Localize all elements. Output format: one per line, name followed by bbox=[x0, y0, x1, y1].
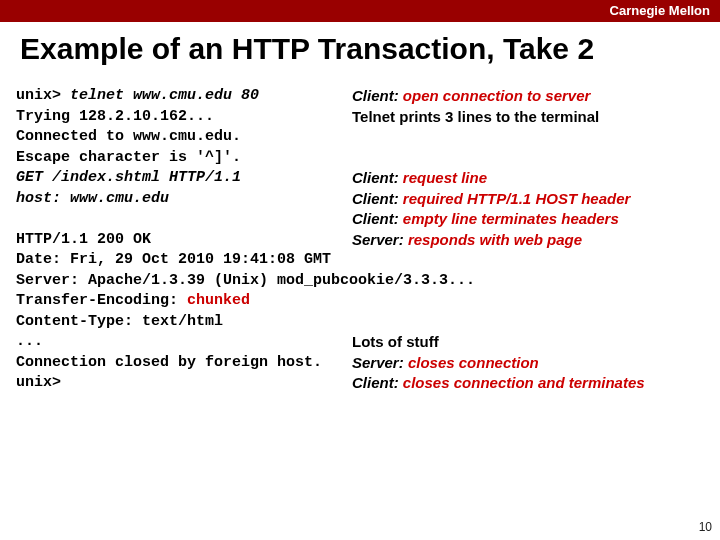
text-segment: responds with web page bbox=[408, 231, 582, 248]
content-row: HTTP/1.1 200 OKServer: responds with web… bbox=[16, 230, 720, 251]
annotation-text: Server: closes connection bbox=[352, 353, 539, 374]
slide-title: Example of an HTTP Transaction, Take 2 bbox=[20, 32, 594, 66]
terminal-text: ... bbox=[16, 332, 43, 353]
text-segment: unix> bbox=[16, 374, 61, 391]
brand-bar: Carnegie Mellon bbox=[0, 0, 720, 22]
terminal-text: unix> bbox=[16, 373, 61, 394]
content-row: Content-Type: text/html bbox=[16, 312, 720, 333]
terminal-text: Transfer-Encoding: chunked bbox=[16, 291, 250, 312]
content-row: Transfer-Encoding: chunked bbox=[16, 291, 720, 312]
content-row: unix>Client: closes connection and termi… bbox=[16, 373, 720, 394]
annotation-text: Client: closes connection and terminates bbox=[352, 373, 645, 394]
terminal-text: Date: Fri, 29 Oct 2010 19:41:08 GMT bbox=[16, 250, 331, 271]
text-segment: Server: bbox=[352, 231, 408, 248]
text-segment: Server: Apache/1.3.39 (Unix) mod_pubcook… bbox=[16, 272, 475, 289]
terminal-text: Connected to www.cmu.edu. bbox=[16, 127, 241, 148]
text-segment: Client: bbox=[352, 87, 403, 104]
annotation-text: Client: request line bbox=[352, 168, 487, 189]
terminal-text: GET /index.shtml HTTP/1.1 bbox=[16, 168, 241, 189]
text-segment: Content-Type: text/html bbox=[16, 313, 223, 330]
annotation-text: Client: open connection to server bbox=[352, 86, 590, 107]
annotation-text: Lots of stuff bbox=[352, 332, 439, 353]
content-row: Connected to www.cmu.edu. bbox=[16, 127, 720, 148]
content-row: Date: Fri, 29 Oct 2010 19:41:08 GMT bbox=[16, 250, 720, 271]
annotation-text: Client: empty line terminates headers bbox=[352, 209, 619, 230]
content-row: ...Lots of stuff bbox=[16, 332, 720, 353]
text-segment: chunked bbox=[187, 292, 250, 309]
terminal-text: unix> telnet www.cmu.edu 80 bbox=[16, 86, 259, 107]
annotation-text: Telnet prints 3 lines to the terminal bbox=[352, 107, 599, 128]
text-segment: Trying 128.2.10.162... bbox=[16, 108, 214, 125]
text-segment: telnet www.cmu.edu 80 bbox=[70, 87, 259, 104]
terminal-text: HTTP/1.1 200 OK bbox=[16, 230, 151, 251]
content-row: Connection closed by foreign host.Server… bbox=[16, 353, 720, 374]
content-row: Server: Apache/1.3.39 (Unix) mod_pubcook… bbox=[16, 271, 720, 292]
text-segment: Client: bbox=[352, 374, 403, 391]
terminal-text: Content-Type: text/html bbox=[16, 312, 223, 333]
page-number: 10 bbox=[699, 520, 712, 534]
text-segment: unix> bbox=[16, 87, 70, 104]
terminal-text: Escape character is '^]'. bbox=[16, 148, 241, 169]
text-segment: empty line terminates headers bbox=[403, 210, 619, 227]
terminal-text: host: www.cmu.edu bbox=[16, 189, 169, 210]
annotation-text: Server: responds with web page bbox=[352, 230, 582, 251]
terminal-text: Connection closed by foreign host. bbox=[16, 353, 322, 374]
text-segment: ... bbox=[16, 333, 43, 350]
text-segment: Transfer-Encoding: bbox=[16, 292, 187, 309]
content-row: unix> telnet www.cmu.edu 80Client: open … bbox=[16, 86, 720, 107]
text-segment: Lots of stuff bbox=[352, 333, 439, 350]
text-segment: host: www.cmu.edu bbox=[16, 190, 169, 207]
terminal-text: Trying 128.2.10.162... bbox=[16, 107, 214, 128]
text-segment: Escape character is '^]'. bbox=[16, 149, 241, 166]
text-segment: Server: bbox=[352, 354, 408, 371]
text-segment: Client: bbox=[352, 190, 403, 207]
text-segment: required HTTP/1.1 HOST header bbox=[403, 190, 631, 207]
text-segment: closes connection and terminates bbox=[403, 374, 645, 391]
content-row: Client: empty line terminates headers bbox=[16, 209, 720, 230]
text-segment: Telnet prints 3 lines to the terminal bbox=[352, 108, 599, 125]
text-segment: Date: Fri, 29 Oct 2010 19:41:08 GMT bbox=[16, 251, 331, 268]
text-segment: HTTP/1.1 200 OK bbox=[16, 231, 151, 248]
annotation-text: Client: required HTTP/1.1 HOST header bbox=[352, 189, 630, 210]
text-segment: request line bbox=[403, 169, 487, 186]
text-segment: Connected to www.cmu.edu. bbox=[16, 128, 241, 145]
text-segment: closes connection bbox=[408, 354, 539, 371]
content-row: host: www.cmu.eduClient: required HTTP/1… bbox=[16, 189, 720, 210]
brand-text: Carnegie Mellon bbox=[610, 3, 710, 18]
text-segment: GET /index.shtml HTTP/1.1 bbox=[16, 169, 241, 186]
slide-content: unix> telnet www.cmu.edu 80Client: open … bbox=[16, 86, 720, 394]
content-row: Trying 128.2.10.162...Telnet prints 3 li… bbox=[16, 107, 720, 128]
content-row: GET /index.shtml HTTP/1.1Client: request… bbox=[16, 168, 720, 189]
text-segment: Client: bbox=[352, 169, 403, 186]
text-segment: open connection to server bbox=[403, 87, 591, 104]
content-row: Escape character is '^]'. bbox=[16, 148, 720, 169]
text-segment: Connection closed by foreign host. bbox=[16, 354, 322, 371]
terminal-text: Server: Apache/1.3.39 (Unix) mod_pubcook… bbox=[16, 271, 475, 292]
text-segment: Client: bbox=[352, 210, 403, 227]
